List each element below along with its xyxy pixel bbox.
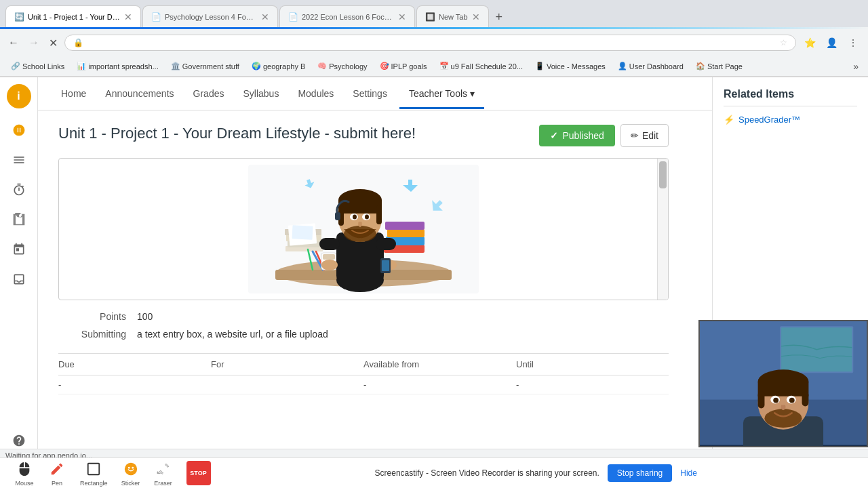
nav-settings[interactable]: Settings: [343, 77, 397, 110]
profile-icon[interactable]: 👤: [822, 33, 841, 52]
video-feed: [698, 320, 868, 447]
tool-pen[interactable]: Pen: [43, 460, 71, 487]
bookmark-label-voice: Voice - Messages: [547, 62, 606, 70]
bookmark-icon-iplp: 🎯: [380, 62, 389, 70]
submitting-label: Submitting: [58, 329, 126, 340]
sidebar-icon-menu[interactable]: [5, 146, 33, 174]
sticker-icon: [121, 460, 140, 479]
nav-grades[interactable]: Grades: [184, 77, 234, 110]
more-options-icon[interactable]: ⋮: [844, 33, 863, 52]
bookmark-geography[interactable]: 🌍 geography B: [246, 60, 311, 72]
stop-sharing-button[interactable]: Stop sharing: [608, 464, 672, 482]
bookmark-label-geo: geography B: [263, 62, 305, 70]
extensions-icon[interactable]: ⭐: [800, 33, 819, 52]
bookmark-psychology[interactable]: 🧠 Psychology: [312, 60, 372, 72]
svg-rect-17: [387, 229, 425, 237]
tab-favicon-3: 📄: [288, 12, 298, 22]
nav-home[interactable]: Home: [52, 77, 96, 110]
tool-sticker[interactable]: Sticker: [117, 460, 144, 487]
tab-2[interactable]: 📄 Psychology Lesson 4 Focuse... ✕: [142, 5, 278, 27]
published-button[interactable]: ✓ Published: [539, 125, 615, 146]
stop-recording-button[interactable]: STOP: [182, 461, 215, 485]
bookmark-dashboard[interactable]: 👤 User Dashboard: [612, 60, 689, 72]
svg-rect-31: [376, 205, 382, 224]
sidebar-icon-calendar[interactable]: [5, 236, 33, 263]
bookmark-icon-school: 🔗: [11, 62, 20, 70]
related-items-title: Related Items: [724, 88, 857, 106]
scroll-thumb[interactable]: [659, 161, 667, 188]
svg-rect-22: [376, 238, 396, 250]
sidebar-icon-inbox[interactable]: [5, 266, 33, 293]
published-check-icon: ✓: [550, 130, 558, 141]
tool-rectangle[interactable]: Rectangle: [76, 460, 112, 487]
lock-icon: 🔒: [73, 38, 83, 47]
svg-rect-29: [338, 200, 382, 214]
tab-close-1[interactable]: ✕: [124, 12, 132, 22]
tool-mouse-label: Mouse: [15, 480, 33, 487]
bookmark-government[interactable]: 🏛️ Government stuff: [165, 60, 245, 72]
tab-active[interactable]: 🔄 Unit 1 - Project 1 - Your Dre... ✕: [5, 5, 141, 27]
address-bar[interactable]: 🔒 isucceed.strongmind.com/courses/4434/a…: [64, 35, 796, 51]
bookmarks-bar: 🔗 School Links 📊 important spreadsh... 🏛…: [0, 56, 868, 77]
tool-eraser[interactable]: Eraser: [150, 460, 177, 487]
sidebar-icon-book[interactable]: [5, 206, 33, 233]
back-button[interactable]: ←: [5, 34, 22, 52]
bookmark-start[interactable]: 🏠 Start Page: [690, 60, 748, 72]
nav-modules[interactable]: Modules: [288, 77, 343, 110]
tool-pen-label: Pen: [52, 480, 62, 487]
tab-4[interactable]: 🔲 New Tab ✕: [416, 5, 489, 27]
tab-title-4: New Tab: [439, 13, 468, 21]
bookmark-school-links[interactable]: 🔗 School Links: [5, 60, 70, 72]
bookmark-icon-voice: 📱: [535, 62, 545, 70]
reload-button[interactable]: ✕: [46, 34, 60, 52]
speedgrader-icon: ⚡: [724, 115, 734, 125]
bookmark-voice[interactable]: 📱 Voice - Messages: [530, 60, 611, 72]
forward-button: →: [26, 34, 42, 52]
bookmark-label-start: Start Page: [707, 62, 743, 70]
main-content: Home Announcements Grades Syllabus Modul…: [38, 77, 712, 488]
svg-rect-14: [323, 254, 335, 260]
webcam-video: [700, 321, 867, 446]
edit-button[interactable]: ✏ Edit: [620, 124, 669, 147]
svg-point-35: [365, 215, 369, 220]
bookmark-label-school: School Links: [22, 62, 64, 70]
nav-syllabus[interactable]: Syllabus: [233, 77, 288, 110]
hide-button[interactable]: Hide: [680, 468, 697, 478]
bookmarks-overflow[interactable]: »: [849, 60, 863, 73]
available-from-col-header: Available from: [363, 359, 516, 369]
bookmark-spreadsheet[interactable]: 📊 important spreadsh...: [71, 60, 163, 72]
availability-row: - - -: [58, 375, 669, 394]
nav-announcements[interactable]: Announcements: [96, 77, 183, 110]
bookmark-star-icon[interactable]: ☆: [780, 38, 787, 47]
speedgrader-link[interactable]: ⚡ SpeedGrader™: [724, 115, 857, 125]
for-value: [211, 380, 363, 390]
tool-rectangle-label: Rectangle: [80, 480, 108, 487]
bookmark-icon-start: 🏠: [696, 62, 705, 70]
bookmark-iplp[interactable]: 🎯 IPLP goals: [374, 60, 433, 72]
teacher-tools-menu[interactable]: Teacher Tools ▾: [399, 79, 484, 108]
svg-point-23: [321, 260, 338, 270]
tool-mouse[interactable]: Mouse: [11, 460, 38, 487]
tab-close-3[interactable]: ✕: [398, 12, 406, 22]
tab-close-4[interactable]: ✕: [472, 12, 480, 22]
eraser-icon: [154, 460, 173, 479]
bookmark-schedule[interactable]: 📅 u9 Fall Schedule 20...: [434, 60, 528, 72]
new-tab-button[interactable]: +: [490, 7, 509, 27]
sidebar-icon-timer[interactable]: [5, 176, 33, 203]
tab-bar: 🔄 Unit 1 - Project 1 - Your Dre... ✕ 📄 P…: [0, 0, 868, 27]
svg-rect-47: [758, 392, 765, 409]
submitting-value: a text entry box, a website url, or a fi…: [137, 329, 328, 340]
app-logo[interactable]: i: [7, 84, 31, 108]
course-navigation: Home Announcements Grades Syllabus Modul…: [38, 77, 712, 110]
tab-3[interactable]: 📄 2022 Econ Lesson 6 Focused... ✕: [279, 5, 415, 27]
content-frame: [58, 158, 669, 300]
teacher-tools-chevron: ▾: [470, 88, 475, 99]
content-scrollbar[interactable]: [657, 159, 668, 300]
sidebar-icon-home[interactable]: [5, 117, 33, 144]
available-from-value: -: [363, 380, 516, 390]
screencastify-bar: Mouse Pen Rectangle Sticker Eraser: [0, 458, 868, 488]
svg-rect-9: [292, 225, 313, 240]
url-input[interactable]: isucceed.strongmind.com/courses/4434/ass…: [87, 38, 776, 47]
tab-close-2[interactable]: ✕: [261, 12, 269, 22]
svg-rect-26: [382, 260, 389, 271]
